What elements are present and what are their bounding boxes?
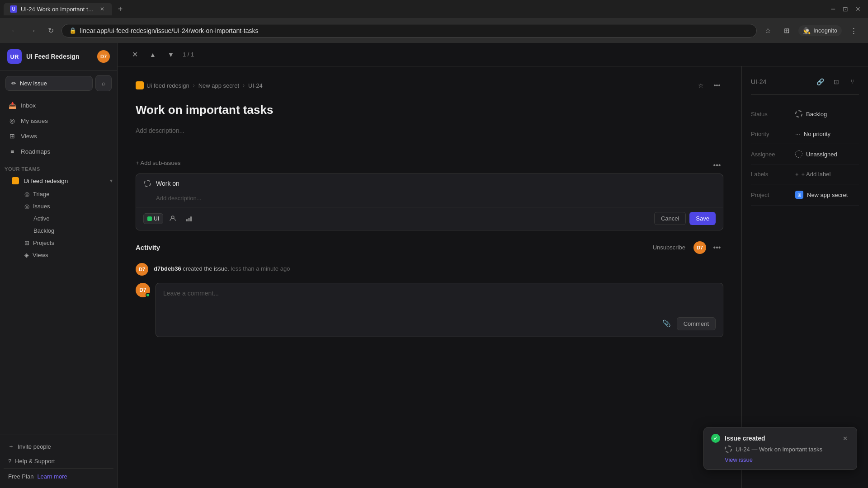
breadcrumb-sep-2: › [243, 82, 245, 89]
breadcrumb-sep-1: › [193, 82, 195, 89]
maximize-button[interactable]: ⊡ [843, 5, 848, 13]
toast-view-link[interactable]: View issue [711, 456, 849, 463]
incognito-badge: 🕵 Incognito [798, 25, 842, 36]
address-text: linear.app/ui-feed-redesign/issue/UI-24/… [80, 27, 749, 34]
assignee-text: Unassigned [806, 151, 837, 158]
sub-issues-more-button[interactable]: ••• [711, 159, 723, 172]
status-spinner-icon [144, 180, 151, 187]
issue-description[interactable]: Add description... [136, 127, 723, 145]
priority-value-button[interactable]: ··· No priority [793, 129, 859, 139]
activity-actions: Unsubscribe D7 ••• [649, 241, 723, 254]
new-issue-button[interactable]: ✏ New issue [5, 76, 93, 91]
user-avatar[interactable]: D7 [97, 50, 110, 63]
toolbar-next-button[interactable]: ▼ [165, 48, 177, 61]
toast-header: ✓ Issue created ✕ [711, 434, 849, 443]
project-value-button[interactable]: ⊞ New app secret [793, 189, 859, 201]
sidebar: UR UI Feed Redesign D7 ✏ New issue ⌕ 📥 I… [0, 43, 118, 488]
help-icon: ? [8, 458, 11, 465]
team-item-ui-feed[interactable]: Ui feed redesign ▾ [7, 174, 117, 188]
assignee-value-button[interactable]: Unassigned [793, 149, 859, 160]
extensions-button[interactable]: ⊞ [779, 23, 794, 38]
sub-issue-title-input[interactable] [156, 180, 716, 187]
team-dot-icon [12, 177, 19, 184]
comment-footer: 📎 Comment [163, 317, 716, 330]
roadmaps-icon: ≡ [8, 147, 16, 155]
project-row: Project ⊞ New app secret [751, 184, 859, 206]
project-text: New app secret [807, 192, 848, 198]
activity-more-button[interactable]: ••• [711, 241, 723, 254]
sidebar-item-issues[interactable]: ◎ Issues [20, 200, 117, 212]
content-toolbar: ✕ ▲ ▼ 1 / 1 [118, 43, 868, 66]
comment-submit-button[interactable]: Comment [677, 317, 716, 330]
sidebar-item-views-team[interactable]: ◈ Views [20, 249, 117, 261]
invite-people-button[interactable]: ＋ Invite people [4, 439, 113, 454]
team-sub-nav: ◎ Triage ◎ Issues Active Backlog ⊞ [7, 188, 117, 261]
add-sub-issues-label: + Add sub-issues [136, 160, 180, 166]
team-tag-button[interactable]: UI [143, 213, 163, 224]
more-options-button[interactable]: ••• [711, 79, 723, 92]
branch-icon-button[interactable]: ⑂ [846, 75, 859, 88]
new-tab-button[interactable]: + [114, 3, 127, 15]
add-label-button[interactable]: + + Add label [793, 169, 833, 179]
team-name: Ui feed redesign [24, 178, 68, 184]
help-label: Help & Support [15, 458, 55, 465]
form-actions: Cancel Save [654, 212, 716, 225]
sidebar-item-projects[interactable]: ⊞ Projects [20, 237, 117, 249]
toolbar-prev-button[interactable]: ▲ [146, 48, 159, 61]
link-icon-button[interactable]: 🔗 [814, 75, 826, 88]
bookmark-button[interactable]: ☆ [760, 23, 775, 38]
incognito-icon: 🕵 [803, 27, 811, 34]
toast-close-button[interactable]: ✕ [840, 434, 849, 443]
search-button[interactable]: ⌕ [95, 75, 112, 91]
close-button[interactable]: ✕ [855, 5, 861, 13]
toast-issue-text: UI-24 — Work on important tasks [736, 446, 822, 453]
status-value-button[interactable]: Backlog [793, 108, 859, 119]
views-icon: ⊞ [8, 132, 16, 140]
forward-button[interactable]: → [25, 23, 40, 38]
add-sub-issues-button[interactable]: + Add sub-issues [136, 158, 180, 168]
toast-title: Issue created [725, 435, 836, 442]
roadmaps-label: Roadmaps [21, 148, 50, 155]
tab-close-button[interactable]: ✕ [99, 5, 106, 13]
address-bar[interactable]: 🔒 linear.app/ui-feed-redesign/issue/UI-2… [61, 24, 757, 38]
back-button[interactable]: ← [7, 23, 22, 38]
tab-favicon: U [10, 5, 17, 13]
help-support-button[interactable]: ? Help & Support [4, 454, 113, 468]
reload-button[interactable]: ↻ [43, 23, 58, 38]
sidebar-item-views[interactable]: ⊞ Views [4, 128, 113, 144]
breadcrumb-issue-id[interactable]: UI-24 [248, 82, 263, 89]
issues-sub-nav: Active Backlog [20, 212, 117, 237]
comment-placeholder[interactable]: Leave a comment... [163, 290, 716, 313]
attach-button[interactable]: 📎 [660, 317, 673, 330]
sidebar-item-backlog[interactable]: Backlog [29, 225, 117, 237]
views-team-label: Views [33, 252, 48, 258]
sidebar-item-inbox[interactable]: 📥 Inbox [4, 98, 113, 113]
issue-title[interactable]: Work on important tasks [136, 103, 723, 118]
star-button[interactable]: ☆ [694, 79, 707, 92]
save-button[interactable]: Save [689, 212, 716, 225]
sub-issue-form-footer: UI [136, 207, 723, 230]
minimize-button[interactable]: − [830, 5, 835, 14]
sidebar-item-triage[interactable]: ◎ Triage [20, 188, 117, 200]
assignee-form-button[interactable] [166, 212, 179, 225]
sidebar-item-roadmaps[interactable]: ≡ Roadmaps [4, 144, 113, 159]
svg-rect-2 [189, 218, 190, 221]
priority-form-button[interactable] [182, 212, 196, 225]
comment-avatar: D7 [136, 283, 150, 297]
priority-text: No priority [804, 131, 830, 137]
sidebar-item-active[interactable]: Active [29, 212, 117, 225]
menu-button[interactable]: ⋮ [846, 23, 861, 38]
sub-issues-section: + Add sub-issues ••• Add d [136, 158, 723, 230]
breadcrumb-team[interactable]: Ui feed redesign [136, 81, 189, 89]
toolbar-close-button[interactable]: ✕ [128, 48, 141, 61]
unsubscribe-button[interactable]: Unsubscribe [649, 242, 689, 253]
sidebar-item-my-issues[interactable]: ◎ My issues [4, 113, 113, 128]
cancel-button[interactable]: Cancel [654, 212, 686, 225]
learn-more-link[interactable]: Learn more [37, 473, 67, 480]
projects-icon: ⊞ [24, 239, 29, 246]
plus-icon: ＋ [8, 442, 14, 450]
copy-icon-button[interactable]: ⊡ [830, 75, 843, 88]
active-tab[interactable]: U UI-24 Work on important tasks ✕ [4, 3, 112, 15]
breadcrumb-project[interactable]: New app secret [198, 82, 239, 89]
sub-issue-description[interactable]: Add description... [136, 193, 723, 207]
